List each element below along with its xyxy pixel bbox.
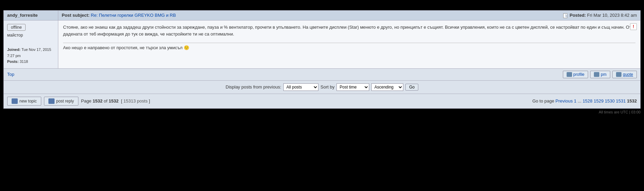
prev-page-link[interactable]: Previous <box>555 98 573 104</box>
goto-page-area: Go to page Previous 1 ... 1528 1529 1530… <box>532 98 637 104</box>
bottom-left-area: new topic post reply Page 1532 of 1532 [… <box>7 97 150 106</box>
posts-total: 15313 posts <box>123 98 148 104</box>
page-icon <box>563 13 567 18</box>
page-1530-link[interactable]: 1530 <box>605 98 615 104</box>
display-select[interactable]: All posts Today's posts Last 7 days <box>283 83 318 91</box>
new-topic-icon <box>12 98 18 104</box>
page-1528-link[interactable]: 1528 <box>583 98 593 104</box>
order-select[interactable]: Ascending Descending <box>371 83 403 91</box>
post-date-cell: Posted: Fri Mar 10, 2023 8:42 am <box>560 11 640 20</box>
page-1531-link[interactable]: 1531 <box>616 98 626 104</box>
sort-label: Sort by <box>320 84 334 90</box>
post-reply-icon <box>48 98 55 104</box>
post-subject-cell: Post subject: Re: Пелетни горелки GREYKO… <box>58 11 560 20</box>
top-link[interactable]: Top <box>7 72 14 77</box>
author-name: andy_forresite <box>7 13 38 18</box>
quote-button[interactable]: quote <box>612 71 637 78</box>
forum-footer: All times are UTC | 03:00 <box>0 109 644 115</box>
offline-status-button[interactable]: offline <box>7 24 26 31</box>
post-reply-button[interactable]: post reply <box>44 97 78 106</box>
controls-bar: Display posts from previous: All posts T… <box>4 81 640 94</box>
subject-label: Post subject: <box>62 13 90 18</box>
signature-text: Ако нещо е направено от простотия, не тъ… <box>63 45 189 50</box>
goto-label: Go to page <box>532 98 554 104</box>
profile-icon <box>567 72 572 77</box>
timezone-text: All times are UTC | 03:00 <box>599 110 641 114</box>
go-button[interactable]: Go <box>405 84 418 91</box>
report-button[interactable]: ! <box>630 23 637 30</box>
post-actions: profile pm quote <box>563 71 637 78</box>
profile-button[interactable]: profile <box>563 71 588 78</box>
joined-date: Tue Nov 17, 2015 <box>21 47 51 52</box>
posts-count: 3118 <box>20 59 28 64</box>
posts-label: Posts: <box>7 59 19 64</box>
joined-time: 7:27 pm <box>7 54 21 58</box>
post-reply-label: post reply <box>56 99 74 104</box>
new-topic-label: new topic <box>19 99 37 104</box>
page-1-link[interactable]: 1 <box>574 98 576 104</box>
user-info-panel: offline майстор Joined: Tue Nov 17, 2015… <box>4 21 58 68</box>
joined-label: Joined: <box>7 47 20 52</box>
post-header: andy_forresite Post subject: Re: Пелетни… <box>4 11 640 21</box>
user-rank: майстор <box>7 33 55 38</box>
total-pages: 1532 <box>109 98 119 104</box>
pm-label: pm <box>601 72 606 77</box>
quote-label: quote <box>623 72 633 77</box>
page-label: Page <box>81 98 91 104</box>
ellipsis: ... <box>578 98 581 104</box>
post-body-row: offline майстор Joined: Tue Nov 17, 2015… <box>4 21 640 69</box>
post-content-area: Стояне, ако не знаеш как да зададеш друг… <box>58 21 640 68</box>
sort-select[interactable]: Post time Post subject Author <box>336 83 369 91</box>
posted-date: Fri Mar 10, 2023 8:42 am <box>587 13 637 18</box>
page-1529-link[interactable]: 1529 <box>594 98 603 104</box>
display-label: Display posts from previous: <box>226 84 281 90</box>
post-footer-row: Top profile pm quote <box>4 69 640 81</box>
new-topic-button[interactable]: new topic <box>7 97 41 106</box>
quote-icon <box>616 72 621 77</box>
pm-button[interactable]: pm <box>590 71 610 78</box>
post-body-text: Стояне, ако не знаеш как да зададеш друг… <box>63 24 635 38</box>
current-page: 1532 <box>93 98 103 104</box>
current-page-indicator: 1532 <box>627 98 637 104</box>
post-author-cell: andy_forresite <box>4 11 58 20</box>
bottom-bar: new topic post reply Page 1532 of 1532 [… <box>4 94 640 108</box>
page-info: Page 1532 of 1532 [ 15313 posts ] <box>81 98 150 104</box>
posted-label: Posted: <box>570 13 586 18</box>
pm-icon <box>594 72 599 77</box>
post-signature: Ако нещо е направено от простотия, не тъ… <box>63 43 635 50</box>
profile-label: profile <box>573 72 585 77</box>
user-meta: Joined: Tue Nov 17, 2015 7:27 pm Posts: … <box>7 41 55 65</box>
subject-link[interactable]: Re: Пелетни горелки GREYKO BMG и RB <box>91 13 176 18</box>
